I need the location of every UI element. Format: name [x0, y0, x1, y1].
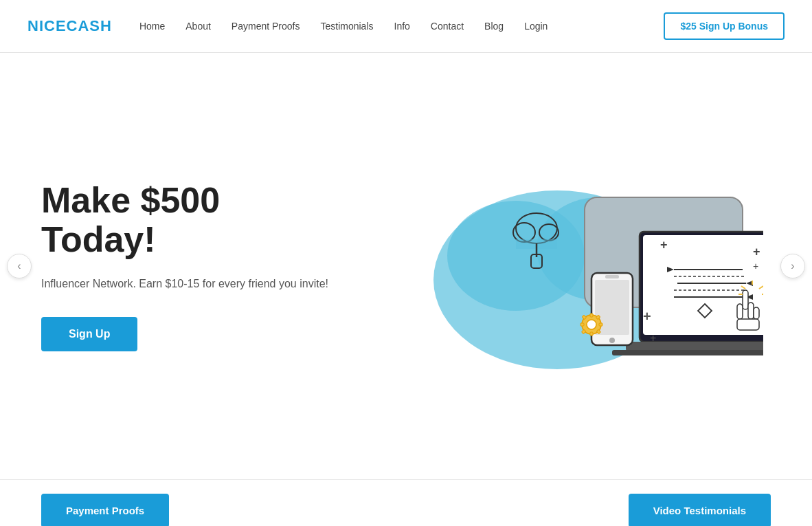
- svg-rect-24: [748, 303, 754, 319]
- nav-contact[interactable]: Contact: [431, 21, 464, 32]
- svg-text:+: +: [753, 245, 760, 259]
- svg-rect-39: [590, 332, 593, 336]
- svg-rect-23: [737, 304, 743, 319]
- hero-subtitle: Influencer Network. Earn $10-15 for ever…: [41, 276, 371, 292]
- svg-rect-40: [599, 323, 602, 326]
- nav-links: Home About Payment Proofs Testimonials I…: [139, 21, 664, 32]
- nav-login[interactable]: Login: [524, 21, 548, 32]
- svg-text:+: +: [650, 332, 656, 344]
- svg-point-34: [609, 338, 615, 343]
- chevron-left-icon: ‹: [17, 260, 21, 272]
- svg-text:+: +: [660, 238, 668, 252]
- carousel-prev-button[interactable]: ‹: [7, 254, 32, 278]
- hero-illustration: + + +: [371, 129, 771, 404]
- svg-rect-7: [612, 350, 763, 355]
- hero-image: + + +: [379, 129, 763, 404]
- navbar: NICECASH Home About Payment Proofs Testi…: [0, 0, 812, 53]
- nav-home[interactable]: Home: [139, 21, 165, 32]
- svg-rect-22: [743, 290, 748, 309]
- svg-rect-6: [626, 342, 763, 351]
- logo[interactable]: NICECASH: [27, 17, 112, 35]
- video-testimonials-button[interactable]: Video Testimonials: [629, 494, 771, 526]
- hero-section: ‹ Make $500Today! Influencer Network. Ea…: [0, 53, 812, 479]
- carousel-next-button[interactable]: ›: [780, 254, 805, 278]
- hero-content: Make $500Today! Influencer Network. Earn…: [41, 181, 371, 351]
- svg-rect-26: [737, 319, 759, 330]
- nav-payment-proofs[interactable]: Payment Proofs: [232, 21, 300, 32]
- nav-info[interactable]: Info: [394, 21, 410, 32]
- svg-rect-25: [754, 307, 759, 319]
- signup-button[interactable]: Sign Up: [41, 317, 137, 351]
- svg-text:+: +: [753, 261, 758, 272]
- svg-text:+: +: [643, 309, 651, 324]
- signup-bonus-button[interactable]: $25 Sign Up Bonus: [664, 12, 785, 40]
- svg-point-37: [587, 320, 596, 329]
- nav-blog[interactable]: Blog: [484, 21, 504, 32]
- chevron-right-icon: ›: [791, 260, 794, 272]
- svg-rect-35: [605, 275, 619, 278]
- svg-rect-41: [580, 323, 584, 326]
- payment-proofs-button[interactable]: Payment Proofs: [41, 494, 169, 526]
- hero-title: Make $500Today!: [41, 181, 371, 259]
- nav-about[interactable]: About: [185, 21, 211, 32]
- bottom-bar: Payment Proofs Video Testimonials: [0, 479, 812, 526]
- nav-testimonials[interactable]: Testimonials: [320, 21, 373, 32]
- svg-rect-38: [590, 314, 593, 317]
